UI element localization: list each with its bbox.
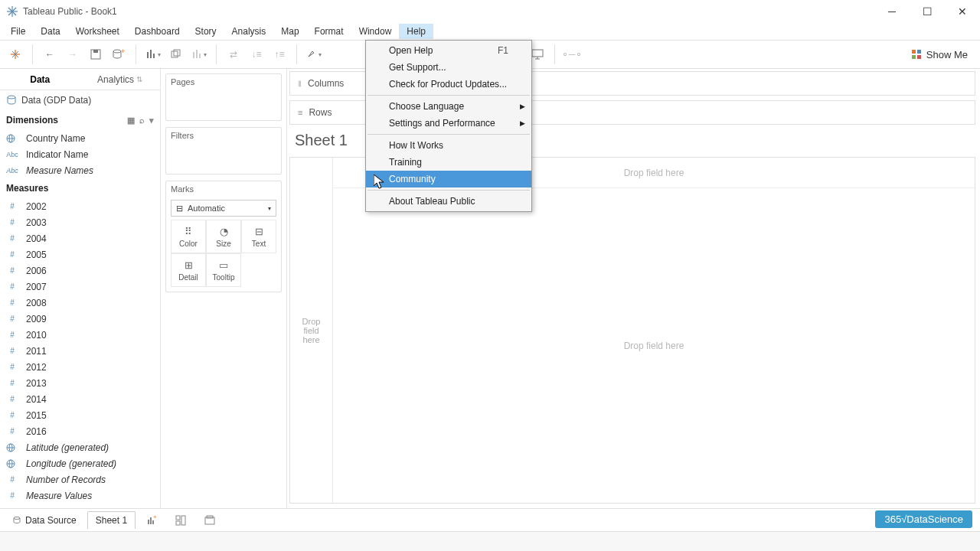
field-2003[interactable]: #2003 <box>0 214 160 230</box>
new-dashboard-button[interactable] <box>168 512 194 529</box>
back-button[interactable]: ← <box>39 44 60 65</box>
help-settings-and-performance[interactable]: Settings and Performance▶ <box>366 115 531 132</box>
help-about-tableau-public[interactable]: About Tableau Public <box>366 193 531 210</box>
help-get-support-[interactable]: Get Support... <box>366 59 531 76</box>
minimize-button[interactable]: ─ <box>874 0 910 23</box>
window-title: Tableau Public - Book1 <box>23 6 117 17</box>
menu-file[interactable]: File <box>3 24 33 39</box>
duplicate-button[interactable] <box>165 44 187 65</box>
field-2004[interactable]: #2004 <box>0 230 160 246</box>
highlight-button[interactable]: ▾ <box>303 44 325 65</box>
field-2016[interactable]: #2016 <box>0 423 160 439</box>
field-type-icon: # <box>6 218 18 227</box>
sort-asc-button[interactable]: ↓≡ <box>246 44 267 65</box>
help-open-help[interactable]: Open HelpF1 <box>366 42 531 59</box>
field-2009[interactable]: #2009 <box>0 311 160 327</box>
view-icon[interactable]: ▦ <box>127 116 135 126</box>
menu-bar: FileDataWorksheetDashboardStoryAnalysisM… <box>0 23 980 40</box>
field-2002[interactable]: #2002 <box>0 198 160 214</box>
field-2015[interactable]: #2015 <box>0 407 160 423</box>
svg-rect-43 <box>152 520 154 524</box>
field-2014[interactable]: #2014 <box>0 391 160 407</box>
sort-desc-button[interactable]: ↑≡ <box>269 44 290 65</box>
size-icon: ◔ <box>220 226 228 237</box>
filters-card[interactable]: Filters <box>165 127 282 174</box>
tab-datasource[interactable]: Data Source <box>5 512 84 529</box>
field-2010[interactable]: #2010 <box>0 327 160 343</box>
datasource-row[interactable]: Data (GDP Data) <box>0 90 160 110</box>
field-type-icon: # <box>6 315 18 323</box>
menu-window[interactable]: Window <box>351 24 400 39</box>
share-button[interactable]: ⚬─⚬ <box>561 44 583 65</box>
field-longitude-generated-[interactable]: Longitude (generated) <box>0 455 160 471</box>
new-datasource-button[interactable]: + <box>108 44 129 65</box>
menu-data[interactable]: Data <box>33 24 67 39</box>
field-type-icon <box>6 459 18 468</box>
clear-button[interactable]: ▾ <box>188 44 210 65</box>
svg-rect-14 <box>153 54 155 58</box>
marks-type-select[interactable]: ⊟ Automatic ▾ <box>171 200 276 217</box>
new-sheet-button[interactable]: + <box>139 512 165 529</box>
mark-size[interactable]: ◔Size <box>206 220 241 253</box>
menu-dashboard[interactable]: Dashboard <box>127 24 188 39</box>
show-me-button[interactable]: Show Me <box>903 49 975 60</box>
field-type-icon: # <box>6 202 18 210</box>
title-bar: Tableau Public - Book1 ─ ☐ ✕ <box>0 0 980 23</box>
field-measure-names[interactable]: AbcMeasure Names <box>0 162 160 178</box>
mark-color[interactable]: ⠿Color <box>171 220 206 253</box>
mark-text[interactable]: ⊟Text <box>241 220 276 253</box>
save-button[interactable] <box>85 44 106 65</box>
maximize-button[interactable]: ☐ <box>910 0 945 23</box>
field-2008[interactable]: #2008 <box>0 295 160 311</box>
text-icon: ⊟ <box>255 226 263 237</box>
field-2011[interactable]: #2011 <box>0 343 160 359</box>
field-type-icon: # <box>6 331 18 339</box>
mark-tooltip[interactable]: ▭Tooltip <box>206 253 241 287</box>
tab-data[interactable]: Data <box>0 69 80 90</box>
drop-field-vaxis[interactable]: Drop field here <box>290 158 333 503</box>
tableau-icon[interactable] <box>5 44 26 65</box>
mark-detail[interactable]: ⊞Detail <box>171 253 206 287</box>
svg-rect-13 <box>150 50 152 58</box>
menu-caret-icon[interactable]: ▾ <box>149 116 154 126</box>
help-check-for-product-updates-[interactable]: Check for Product Updates... <box>366 76 531 93</box>
field-latitude-generated-[interactable]: Latitude (generated) <box>0 439 160 455</box>
tab-sheet1[interactable]: Sheet 1 <box>87 511 136 529</box>
submenu-arrow-icon: ▶ <box>520 103 525 110</box>
field-type-icon: # <box>6 363 18 371</box>
field-2006[interactable]: #2006 <box>0 262 160 279</box>
swap-button[interactable]: ⇄ <box>223 44 244 65</box>
new-story-button[interactable] <box>197 512 223 529</box>
search-icon[interactable]: ⌕ <box>139 116 145 126</box>
menu-story[interactable]: Story <box>188 24 224 39</box>
field-indicator-name[interactable]: AbcIndicator Name <box>0 146 160 162</box>
menu-worksheet[interactable]: Worksheet <box>68 24 127 39</box>
field-2012[interactable]: #2012 <box>0 359 160 375</box>
dimensions-header: Dimensions ▦⌕▾ <box>0 110 160 130</box>
svg-rect-45 <box>176 516 180 520</box>
text-type-icon: ⊟ <box>176 204 183 214</box>
help-how-it-works[interactable]: How It Works <box>366 137 531 154</box>
field-2013[interactable]: #2013 <box>0 375 160 391</box>
drop-field-main[interactable]: Drop field here <box>333 188 975 503</box>
field-2005[interactable]: #2005 <box>0 246 160 262</box>
new-worksheet-button[interactable]: ▾ <box>142 44 164 65</box>
menu-map[interactable]: Map <box>273 24 306 39</box>
field-number-of-records[interactable]: #Number of Records <box>0 471 160 487</box>
field-country-name[interactable]: Country Name <box>0 130 160 146</box>
pages-card[interactable]: Pages <box>165 73 282 121</box>
menu-help[interactable]: Help <box>399 24 433 39</box>
field-type-icon <box>6 134 18 143</box>
help-choose-language[interactable]: Choose Language▶ <box>366 98 531 115</box>
menu-format[interactable]: Format <box>307 24 351 39</box>
close-button[interactable]: ✕ <box>945 0 980 23</box>
tooltip-icon: ▭ <box>219 259 228 271</box>
forward-button[interactable]: → <box>62 44 83 65</box>
help-training[interactable]: Training <box>366 154 531 171</box>
field-measure-values[interactable]: #Measure Values <box>0 487 160 504</box>
help-community[interactable]: Community <box>366 171 531 187</box>
svg-rect-46 <box>181 516 185 525</box>
tab-analytics[interactable]: Analytics ⇅ <box>80 69 161 90</box>
field-2007[interactable]: #2007 <box>0 279 160 295</box>
menu-analysis[interactable]: Analysis <box>224 24 274 39</box>
